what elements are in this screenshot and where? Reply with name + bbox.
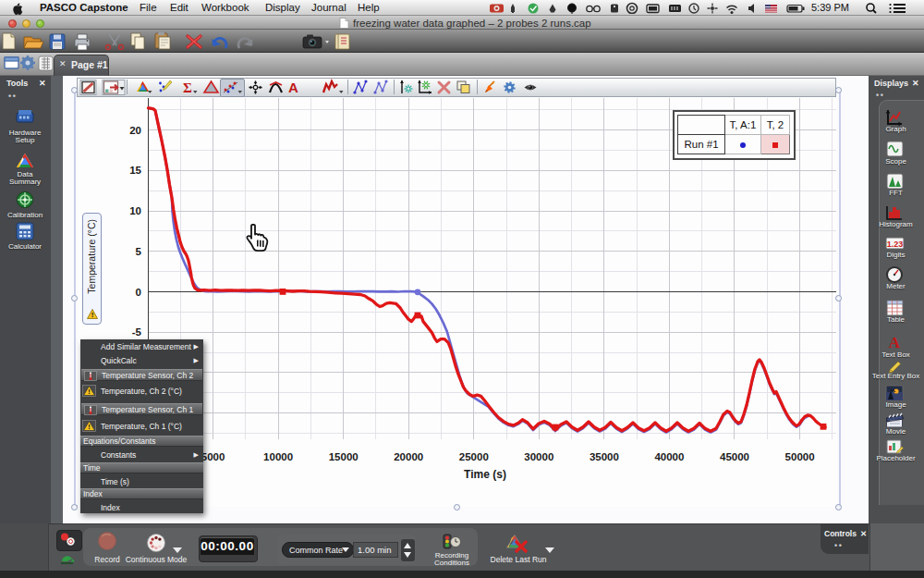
svg-text:A: A (288, 80, 298, 95)
svg-text:25000: 25000 (459, 451, 489, 462)
svg-text:A: A (889, 334, 901, 351)
svg-text:45000: 45000 (720, 451, 749, 462)
svg-text:Σ: Σ (183, 80, 192, 95)
svg-text:35000: 35000 (590, 451, 619, 462)
svg-text:Time (s): Time (s) (464, 468, 506, 481)
svg-text:20000: 20000 (394, 451, 423, 462)
svg-text:50000: 50000 (785, 451, 815, 462)
svg-text:10: 10 (129, 205, 141, 216)
svg-text:5: 5 (136, 246, 142, 257)
svg-text:0: 0 (136, 287, 141, 298)
svg-text:30000: 30000 (524, 451, 553, 462)
svg-text:40000: 40000 (654, 451, 684, 462)
svg-text:5000: 5000 (201, 451, 225, 462)
svg-text:!: ! (88, 387, 91, 396)
svg-text:15: 15 (129, 165, 141, 176)
svg-text:!: ! (91, 311, 93, 319)
svg-text:10000: 10000 (263, 451, 293, 462)
svg-text:15000: 15000 (329, 451, 359, 462)
svg-text:1.23: 1.23 (887, 240, 904, 249)
svg-text:!: ! (88, 423, 91, 431)
svg-text:-5: -5 (132, 326, 142, 338)
svg-text:20: 20 (129, 125, 141, 136)
